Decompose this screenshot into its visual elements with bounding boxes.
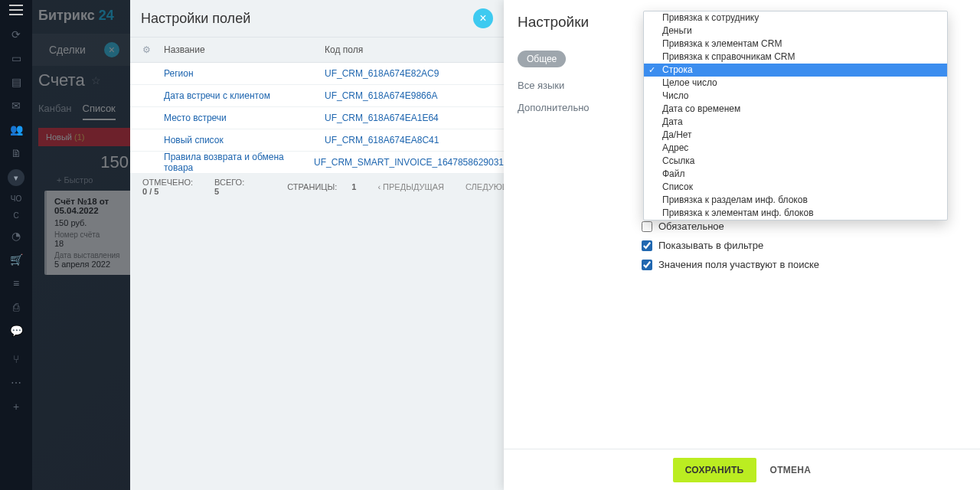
table-row[interactable]: Правила возврата и обмена товараUF_CRM_S…: [130, 152, 504, 174]
mail-icon[interactable]: ✉: [8, 98, 24, 113]
table-row[interactable]: РегионUF_CRM_618A674E82AC9: [130, 63, 504, 85]
table-row[interactable]: Дата встречи с клиентомUF_CRM_618A674E98…: [130, 85, 504, 107]
chk-mandatory[interactable]: Обязательное: [642, 220, 957, 232]
dropdown-option[interactable]: Привязка к элементам инф. блоков: [644, 207, 947, 220]
dropdown-option[interactable]: Деньги: [644, 24, 947, 38]
dropdown-option[interactable]: Привязка к справочникам CRM: [644, 51, 947, 64]
cart-icon[interactable]: 🛒: [8, 252, 24, 267]
print-icon[interactable]: ⎙: [8, 299, 24, 315]
save-button[interactable]: СОХРАНИТЬ: [673, 458, 756, 482]
col-code[interactable]: Код поля: [325, 44, 504, 55]
modal-title: Настройки полей: [141, 11, 250, 27]
dropdown-option[interactable]: Дата: [644, 116, 947, 129]
row-name[interactable]: Место встречи: [164, 113, 325, 123]
dropdown-option[interactable]: Дата со временем: [644, 103, 947, 116]
refresh-icon[interactable]: ⟳: [8, 27, 24, 42]
chk-mandatory-label: Обязательное: [658, 220, 724, 232]
sliders-icon[interactable]: ≡: [8, 276, 24, 291]
row-name[interactable]: Регион: [164, 68, 325, 79]
row-name[interactable]: Новый список: [164, 135, 325, 145]
dropdown-option[interactable]: Ссылка: [644, 155, 947, 168]
row-code[interactable]: UF_CRM_618A674E9866A: [325, 90, 437, 101]
cancel-button[interactable]: ОТМЕНА: [770, 465, 812, 475]
side-tab-languages[interactable]: Все языки: [518, 80, 642, 91]
chk-filter[interactable]: Показывать в фильтре: [642, 240, 957, 251]
grid-header: ⚙ Название Код поля: [130, 37, 504, 63]
settings-footer: СОХРАНИТЬ ОТМЕНА: [504, 449, 980, 490]
filter-icon[interactable]: ▾: [8, 169, 24, 186]
row-code[interactable]: UF_CRM_618A674E82AC9: [325, 68, 439, 79]
chk-mandatory-input[interactable]: [642, 221, 652, 232]
dropdown-option[interactable]: Да/Нет: [644, 129, 947, 142]
dropdown-option[interactable]: Файл: [644, 168, 947, 181]
dropdown-option[interactable]: Строка: [644, 64, 947, 77]
table-row[interactable]: Место встречиUF_CRM_618A674EA1E64: [130, 107, 504, 129]
side-tab-general[interactable]: Общее: [518, 51, 566, 67]
grid-body: РегионUF_CRM_618A674E82AC9Дата встречи с…: [130, 63, 504, 174]
appbar: ⟳ ▭ ▤ ✉ 👥 🗎 ▾ ЧО С ◔ 🛒 ≡ ⎙ 💬 ⑂ ⋯ +: [0, 0, 32, 490]
pager-prev[interactable]: ‹ПРЕДЫДУЩАЯ: [377, 182, 444, 191]
chk-filter-label: Показывать в фильтре: [658, 240, 763, 251]
appbar-text-s[interactable]: С: [13, 211, 18, 220]
col-name[interactable]: Название: [164, 44, 325, 55]
settings-sidebar: Настройки Общее Все языки Дополнительно: [504, 0, 642, 449]
row-code[interactable]: UF_CRM_SMART_INVOICE_1647858629031: [314, 157, 504, 168]
gear-icon[interactable]: ⚙: [142, 44, 155, 55]
menu-icon[interactable]: [9, 5, 23, 15]
dropdown-option[interactable]: Число: [644, 90, 947, 103]
chat-icon[interactable]: 💬: [8, 323, 24, 338]
dropdown-option[interactable]: Привязка к элементам CRM: [644, 38, 947, 51]
row-code[interactable]: UF_CRM_618A674EA1E64: [325, 113, 439, 123]
row-name[interactable]: Дата встречи с клиентом: [164, 90, 325, 101]
dots-icon[interactable]: ⋯: [8, 375, 24, 390]
chk-search-input[interactable]: [642, 260, 652, 270]
table-row[interactable]: Новый списокUF_CRM_618A674EA8C41: [130, 129, 504, 152]
chk-search[interactable]: Значения поля участвуют в поиске: [642, 259, 957, 270]
doc-icon[interactable]: 🗎: [8, 145, 24, 161]
card-icon[interactable]: ▤: [8, 74, 24, 90]
close-icon[interactable]: ×: [473, 8, 493, 28]
dropdown-option[interactable]: Список: [644, 181, 947, 194]
row-code[interactable]: UF_CRM_618A674EA8C41: [325, 135, 439, 145]
side-tab-additional[interactable]: Дополнительно: [518, 102, 642, 113]
gauge-icon[interactable]: ◔: [8, 228, 24, 243]
people-icon[interactable]: 👥: [8, 122, 24, 137]
dropdown-option[interactable]: Привязка к сотруднику: [644, 11, 947, 24]
row-name[interactable]: Правила возврата и обмена товара: [164, 152, 314, 173]
box-icon[interactable]: ▭: [8, 51, 24, 66]
dropdown-option[interactable]: Целое число: [644, 77, 947, 90]
fields-settings-modal: Настройки полей × ⚙ Название Код поля Ре…: [130, 0, 504, 490]
dropdown-option[interactable]: Привязка к разделам инф. блоков: [644, 194, 947, 207]
field-type-dropdown[interactable]: Привязка к сотрудникуДеньгиПривязка к эл…: [643, 11, 948, 220]
plus-icon[interactable]: +: [8, 399, 24, 414]
chk-filter-input[interactable]: [642, 240, 652, 251]
appbar-text-cho[interactable]: ЧО: [11, 194, 21, 203]
grid-footer: ОТМЕЧЕНО: 0 / 5 ВСЕГО: 5 СТРАНИЦЫ: 1 ‹ПР…: [130, 174, 504, 200]
chk-search-label: Значения поля участвуют в поиске: [658, 259, 819, 270]
settings-title: Настройки: [518, 14, 642, 31]
tree-icon[interactable]: ⑂: [8, 351, 24, 367]
dropdown-option[interactable]: Адрес: [644, 142, 947, 155]
